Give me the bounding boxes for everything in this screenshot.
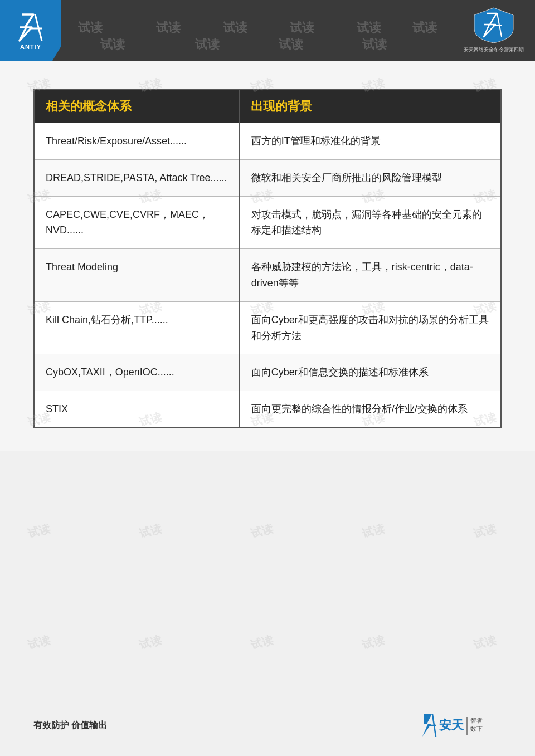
wm-6: 试读	[412, 19, 437, 36]
logo-box: ANTIY	[0, 0, 61, 61]
concept-table: 相关的概念体系 出现的背景 Threat/Risk/Exposure/Asset…	[33, 89, 502, 428]
body-watermark-24: 试读	[472, 521, 498, 541]
table-body: Threat/Risk/Exposure/Asset......西方的IT管理和…	[34, 123, 501, 428]
body-watermark-26: 试读	[138, 632, 163, 652]
table-row: STIX面向更完整的综合性的情报分析/作业/交换的体系	[34, 391, 501, 428]
svg-text:智者: 智者	[470, 717, 483, 724]
table-row: DREAD,STRIDE,PASTA, Attack Tree......微软和…	[34, 159, 501, 196]
antiy-shield-icon	[471, 7, 516, 43]
body-watermark-22: 试读	[249, 521, 275, 541]
table-cell-col1: Kill Chain,钻石分析,TTP......	[34, 301, 240, 354]
svg-text:安天: 安天	[438, 718, 464, 732]
table-cell-col1: DREAD,STRIDE,PASTA, Attack Tree......	[34, 159, 240, 196]
table-cell-col2: 微软和相关安全厂商所推出的风险管理模型	[240, 159, 501, 196]
col1-header: 相关的概念体系	[34, 90, 240, 123]
body-watermark-27: 试读	[249, 632, 275, 652]
logo-text: ANTIY	[20, 43, 41, 50]
wm-7: 试读	[100, 36, 125, 53]
wm-2: 试读	[156, 19, 181, 36]
wm-8: 试读	[195, 36, 220, 53]
wm-3: 试读	[223, 19, 247, 36]
table-cell-col2: 西方的IT管理和标准化的背景	[240, 123, 501, 160]
body-watermark-21: 试读	[138, 521, 163, 541]
wm-9: 试读	[279, 36, 303, 53]
table-row: Kill Chain,钻石分析,TTP......面向Cyber和更高强度的攻击…	[34, 301, 501, 354]
table-row: Threat Modeling各种威胁建模的方法论，工具，risk-centri…	[34, 249, 501, 302]
table-row: CybOX,TAXII，OpenIOC......面向Cyber和信息交换的描述…	[34, 354, 501, 391]
antiy-logo-icon	[14, 12, 47, 42]
table-cell-col2: 面向更完整的综合性的情报分析/作业/交换的体系	[240, 391, 501, 428]
table-cell-col2: 对攻击模式，脆弱点，漏洞等各种基础的安全元素的标定和描述结构	[240, 196, 501, 249]
footer: 有效防护 价值输出 安天 智者 数下	[0, 711, 535, 739]
header-subtitle: 安天网络安全冬令营第四期	[464, 46, 524, 53]
body-watermark-28: 试读	[361, 632, 386, 652]
header-watermarks: 试读 试读 试读 试读 试读 试读 试读 试读 试读 试读	[0, 0, 535, 61]
footer-left-text: 有效防护 价值输出	[33, 720, 107, 731]
footer-antiy-logo: 安天 智者 数下	[418, 711, 502, 739]
table-cell-col1: Threat/Risk/Exposure/Asset......	[34, 123, 240, 160]
wm-1: 试读	[78, 19, 103, 36]
table-cell-col1: CAPEC,CWE,CVE,CVRF，MAEC，NVD......	[34, 196, 240, 249]
table-cell-col2: 面向Cyber和信息交换的描述和标准体系	[240, 354, 501, 391]
table-row: Threat/Risk/Exposure/Asset......西方的IT管理和…	[34, 123, 501, 160]
table-cell-col1: CybOX,TAXII，OpenIOC......	[34, 354, 240, 391]
table-row: CAPEC,CWE,CVE,CVRF，MAEC，NVD......对攻击模式，脆…	[34, 196, 501, 249]
header-right-logo: 安天网络安全冬令营第四期	[464, 7, 524, 53]
table-cell-col2: 面向Cyber和更高强度的攻击和对抗的场景的分析工具和分析方法	[240, 301, 501, 354]
body-watermark-23: 试读	[361, 521, 386, 541]
footer-right: 安天 智者 数下	[418, 711, 502, 739]
wm-4: 试读	[290, 19, 314, 36]
body-watermark-25: 试读	[26, 632, 52, 652]
table-cell-col1: Threat Modeling	[34, 249, 240, 302]
main-content: 相关的概念体系 出现的背景 Threat/Risk/Exposure/Asset…	[0, 61, 535, 451]
table-cell-col1: STIX	[34, 391, 240, 428]
table-cell-col2: 各种威胁建模的方法论，工具，risk-centric，data-driven等等	[240, 249, 501, 302]
body-watermark-29: 试读	[472, 632, 498, 652]
col2-header: 出现的背景	[240, 90, 501, 123]
body-watermark-20: 试读	[26, 521, 52, 541]
header: ANTIY 试读 试读 试读 试读 试读 试读 试读 试读 试读 试读 安天网络…	[0, 0, 535, 61]
svg-text:数下: 数下	[470, 725, 483, 732]
wm-5: 试读	[357, 19, 381, 36]
wm-10: 试读	[362, 36, 387, 53]
